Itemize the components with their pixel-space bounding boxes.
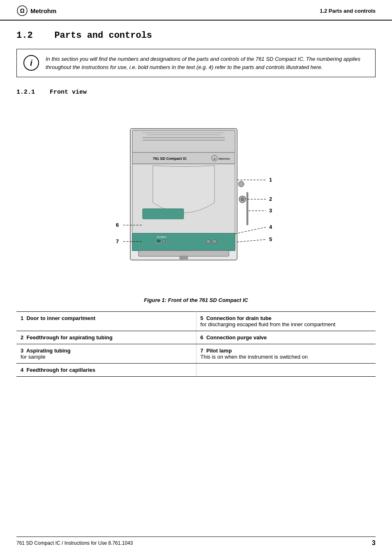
svg-text:7: 7 [116, 238, 119, 244]
part-cell-7: 7 Pilot lamp This is on when the instrum… [196, 344, 376, 364]
main-content: 1.2 Parts and controls i In this section… [0, 21, 392, 389]
svg-rect-26 [247, 192, 248, 225]
part-cell-1: 1 Door to inner compartment [16, 312, 196, 331]
part-desc-7: This is on when the instrument is switch… [201, 354, 308, 360]
svg-rect-17 [156, 239, 161, 243]
svg-point-23 [238, 181, 244, 187]
page-number: 3 [372, 539, 376, 547]
subsection-heading: Front view [50, 89, 87, 96]
part-cell-6: 6 Connection purge valve [196, 331, 376, 344]
logo-area: Ω Metrohm [16, 5, 56, 16]
svg-rect-14 [143, 209, 184, 219]
info-box: i In this section you will find the numb… [16, 49, 376, 77]
part-cell-5: 5 Connection for drain tube for discharg… [196, 312, 376, 331]
svg-text:761 SD Compact IC: 761 SD Compact IC [153, 157, 187, 161]
svg-text:3: 3 [269, 207, 272, 214]
part-number-4: 4 [21, 367, 26, 373]
subsection-number: 1.2.1 [16, 89, 35, 96]
svg-rect-22 [180, 256, 188, 259]
svg-point-20 [212, 240, 217, 244]
subsection-title: 1.2.1 Front view [16, 89, 376, 96]
section-number: 1.2 [16, 30, 33, 41]
svg-text:4: 4 [269, 224, 272, 230]
part-cell-3: 3 Aspirating tubing for sample [16, 344, 196, 364]
svg-text:Ω: Ω [213, 157, 215, 160]
part-desc-3: for sample [21, 354, 46, 360]
metrohm-logo-icon: Ω [16, 5, 28, 16]
part-cell-empty [196, 364, 376, 377]
page-footer: 761 SD Compact IC / Instructions for Use… [16, 537, 376, 547]
part-number-5: 5 [201, 315, 206, 321]
svg-text:POWER: POWER [157, 236, 166, 238]
part-title-1: Door to inner compartment [26, 315, 95, 321]
part-number-1: 1 [21, 315, 26, 321]
svg-line-33 [235, 227, 266, 234]
info-icon: i [23, 55, 39, 71]
svg-rect-15 [132, 233, 235, 251]
footer-text: 761 SD Compact IC / Instructions for Use… [16, 540, 133, 546]
part-title-6: Connection purge valve [206, 334, 267, 341]
table-row: 2 Feedthrough for aspirating tubing 6 Co… [16, 331, 376, 344]
part-desc-5: for discharging escaped fluid from the i… [201, 321, 336, 327]
part-number-3: 3 [21, 348, 26, 354]
part-number-2: 2 [21, 334, 26, 341]
logo-text: Metrohm [30, 7, 56, 14]
figure-container: 761 SD Compact IC Ω Metrohm POW [16, 104, 376, 303]
svg-line-35 [237, 240, 266, 242]
part-title-5: Connection for drain tube [206, 315, 272, 321]
svg-rect-21 [138, 251, 229, 256]
svg-point-25 [241, 198, 244, 201]
part-title-2: Feedthrough for aspirating tubing [26, 334, 112, 341]
svg-rect-3 [132, 130, 235, 153]
table-row: 3 Aspirating tubing for sample 7 Pilot l… [16, 344, 376, 364]
instrument-diagram: 761 SD Compact IC Ω Metrohm POW [89, 104, 303, 293]
header-section-label: 1.2 Parts and controls [320, 8, 376, 14]
svg-text:Metrohm: Metrohm [219, 157, 230, 160]
svg-text:1: 1 [269, 177, 272, 183]
svg-rect-18 [162, 240, 166, 243]
page: Ω Metrohm 1.2 Parts and controls 1.2 Par… [0, 0, 392, 555]
svg-text:Ω: Ω [20, 7, 24, 14]
info-text: In this section you will find the number… [46, 55, 369, 71]
part-cell-2: 2 Feedthrough for aspirating tubing [16, 331, 196, 344]
part-cell-4: 4 Feedthrough for capillaries [16, 364, 196, 377]
section-title: 1.2 Parts and controls [16, 30, 376, 41]
svg-text:5: 5 [269, 236, 272, 242]
svg-text:2: 2 [269, 196, 272, 202]
part-number-7: 7 [201, 348, 206, 354]
figure-caption: Figure 1: Front of the 761 SD Compact IC [144, 297, 248, 303]
part-title-4: Feedthrough for capillaries [26, 367, 95, 373]
part-number-6: 6 [201, 334, 206, 341]
part-title-3: Aspirating tubing [26, 348, 71, 354]
parts-table: 1 Door to inner compartment 5 Connection… [16, 311, 376, 377]
svg-point-19 [206, 240, 210, 244]
table-row: 1 Door to inner compartment 5 Connection… [16, 312, 376, 331]
table-row: 4 Feedthrough for capillaries [16, 364, 376, 377]
section-heading: Parts and controls [54, 30, 152, 41]
svg-text:6: 6 [116, 222, 119, 228]
part-title-7: Pilot lamp [206, 348, 232, 354]
page-header: Ω Metrohm 1.2 Parts and controls [0, 0, 392, 21]
